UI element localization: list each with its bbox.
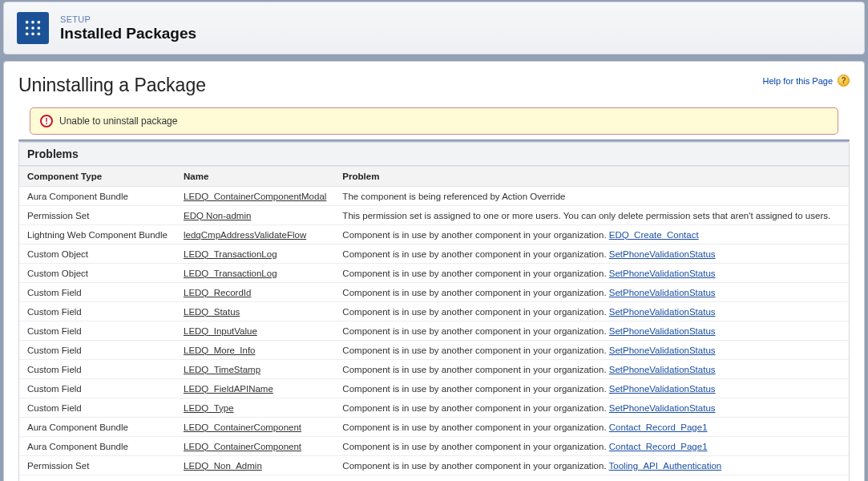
component-name-link[interactable]: LEDQ_More_Info — [184, 346, 256, 355]
component-name-link[interactable]: LEDQ_Status — [184, 307, 240, 317]
component-name-link[interactable]: LEDQ_TransactionLog — [184, 249, 277, 259]
component-name-link[interactable]: LEDQ_ContainerComponent — [184, 442, 301, 451]
problem-reference-link[interactable]: SetPhoneValidationStatus — [609, 403, 716, 413]
cell-name: LEDQ_Non_Admin — [176, 456, 334, 475]
cell-component-type: Custom Object — [19, 245, 176, 264]
svg-point-6 — [26, 33, 29, 36]
cell-name: LEDQ_Type — [176, 398, 334, 418]
svg-point-2 — [38, 21, 41, 24]
component-name-link[interactable]: LEDQ_RecordId — [184, 288, 251, 297]
problem-text: Component is in use by another component… — [342, 230, 608, 240]
cell-component-type: Aura Component Bundle — [19, 418, 176, 437]
problem-reference-link[interactable]: SetPhoneValidationStatus — [609, 326, 716, 336]
table-row: Custom FieldLEDQ_More_InfoComponent is i… — [19, 341, 849, 360]
component-name-link[interactable]: LEDQ_TimeStamp — [184, 365, 260, 374]
svg-point-7 — [31, 33, 34, 36]
problem-reference-link[interactable]: SetPhoneValidationStatus — [609, 346, 716, 355]
help-icon: ? — [838, 75, 850, 87]
problem-reference-link[interactable]: SetPhoneValidationStatus — [609, 307, 716, 317]
problem-text: The component is being referenced by Act… — [342, 192, 565, 201]
table-row: Permission SetEDQ Non-adminThis permissi… — [19, 206, 849, 225]
problem-text: Component is in use by another component… — [342, 442, 608, 451]
cell-component-type: Permission Set — [19, 206, 176, 225]
cell-name: LEDQ_TransactionLog — [176, 264, 334, 283]
component-name-link[interactable]: LEDQ_InputValue — [184, 326, 257, 336]
cell-problem: This permission set is assigned to one o… — [334, 206, 849, 225]
table-row: Lightning Web Component BundleledqCmpAdd… — [19, 225, 849, 245]
cell-component-type: Custom Field — [19, 283, 176, 302]
component-name-link[interactable]: LEDQ_FieldAPIName — [184, 384, 273, 394]
table-row: Custom FieldLEDQ_StatusComponent is in u… — [19, 302, 849, 321]
svg-point-4 — [31, 26, 34, 30]
cell-problem: Component is in use by another component… — [334, 456, 849, 475]
problem-text: This permission set is assigned to one o… — [342, 211, 830, 220]
problem-reference-link[interactable]: Tooling_API_Authentication — [609, 461, 722, 471]
cell-name: LEDQ_ContainerComponentModal — [176, 187, 334, 206]
problem-reference-link[interactable]: SetPhoneValidationStatus — [609, 384, 716, 394]
content-card: Uninstalling a Package Help for this Pag… — [3, 61, 865, 481]
cell-problem: Component is in use by another component… — [334, 264, 849, 283]
cell-problem: Component is in use by another component… — [334, 437, 849, 456]
cell-component-type: Permission Set — [19, 475, 176, 482]
component-name-link[interactable]: LEDQ_Non_Admin — [184, 461, 262, 471]
cell-problem: Component is in use by another component… — [334, 225, 849, 245]
cell-component-type: Custom Field — [19, 379, 176, 398]
problem-reference-link[interactable]: SetPhoneValidationStatus — [609, 365, 716, 374]
table-header-row: Component Type Name Problem — [19, 167, 849, 187]
problem-text: Component is in use by another component… — [342, 269, 608, 278]
problem-text: Component is in use by another component… — [342, 326, 608, 336]
problem-text: Component is in use by another component… — [342, 422, 608, 432]
error-alert: ! Unable to uninstall package — [30, 107, 838, 135]
svg-point-0 — [26, 21, 29, 24]
cell-component-type: Custom Field — [19, 360, 176, 379]
component-name-link[interactable]: ledqCmpAddressValidateFlow — [184, 230, 306, 240]
cell-component-type: Lightning Web Component Bundle — [19, 225, 176, 245]
cell-problem: Component is in use by another component… — [334, 321, 849, 341]
problem-reference-link[interactable]: EDQ_Create_Contact — [609, 230, 699, 240]
component-name-link[interactable]: LEDQ_Type — [184, 403, 234, 413]
table-row: Aura Component BundleLEDQ_ContainerCompo… — [19, 187, 849, 206]
problems-table: Component Type Name Problem Aura Compone… — [19, 166, 849, 481]
error-icon: ! — [40, 115, 53, 127]
cell-problem: Component is in use by another component… — [334, 245, 849, 264]
problem-text: Component is in use by another component… — [342, 461, 608, 471]
problem-text: Component is in use by another component… — [342, 403, 608, 413]
help-link-label: Help for this Page — [763, 76, 833, 86]
cell-name: LEDQ_More_Info — [176, 341, 334, 360]
problem-reference-link[interactable]: Contact_Record_Page1 — [609, 442, 708, 451]
problem-text: Component is in use by another component… — [342, 288, 608, 297]
cell-problem: Component is in use by another component… — [334, 418, 849, 437]
help-link[interactable]: Help for this Page ? — [763, 75, 850, 87]
col-header-problem: Problem — [334, 167, 849, 187]
cell-problem: Component is in use by another component… — [334, 475, 849, 482]
table-row: Aura Component BundleLEDQ_ContainerCompo… — [19, 437, 849, 456]
cell-component-type: Aura Component Bundle — [19, 437, 176, 456]
problem-reference-link[interactable]: SetPhoneValidationStatus — [609, 288, 716, 297]
problem-text: Component is in use by another component… — [342, 365, 608, 374]
component-name-link[interactable]: EDQ Non-admin — [184, 211, 251, 220]
cell-component-type: Permission Set — [19, 456, 176, 475]
cell-component-type: Custom Field — [19, 302, 176, 321]
cell-problem: Component is in use by another component… — [334, 379, 849, 398]
cell-name: EDQ Non-admin — [176, 206, 334, 225]
cell-component-type: Aura Component Bundle — [19, 187, 176, 206]
problem-reference-link[interactable]: Contact_Record_Page1 — [609, 422, 708, 432]
table-row: Custom FieldLEDQ_RecordIdComponent is in… — [19, 283, 849, 302]
cell-component-type: Custom Field — [19, 321, 176, 341]
cell-name: LEDQ_ContainerComponent — [176, 437, 334, 456]
table-row: Permission SetEDQ_AdminComponent is in u… — [19, 475, 849, 482]
table-row: Custom ObjectLEDQ_TransactionLogComponen… — [19, 264, 849, 283]
component-name-link[interactable]: LEDQ_ContainerComponent — [184, 422, 301, 432]
problem-reference-link[interactable]: SetPhoneValidationStatus — [609, 249, 716, 259]
problem-reference-link[interactable]: SetPhoneValidationStatus — [609, 269, 716, 278]
cell-problem: Component is in use by another component… — [334, 360, 849, 379]
problem-text: Component is in use by another component… — [342, 384, 608, 394]
component-name-link[interactable]: LEDQ_ContainerComponentModal — [184, 192, 326, 201]
table-row: Custom FieldLEDQ_TypeComponent is in use… — [19, 398, 849, 418]
cell-name: LEDQ_TransactionLog — [176, 245, 334, 264]
cell-name: LEDQ_RecordId — [176, 283, 334, 302]
table-row: Custom FieldLEDQ_FieldAPINameComponent i… — [19, 379, 849, 398]
problems-title: Problems — [19, 143, 849, 166]
component-name-link[interactable]: LEDQ_TransactionLog — [184, 269, 277, 278]
table-row: Custom FieldLEDQ_InputValueComponent is … — [19, 321, 849, 341]
